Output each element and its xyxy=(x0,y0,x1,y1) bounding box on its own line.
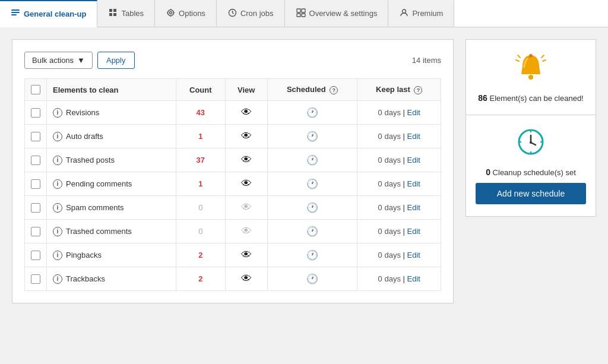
row-element-name: Revisions xyxy=(66,108,99,117)
col-header-view: View xyxy=(225,79,267,101)
row-element-name: Trashed comments xyxy=(66,227,132,236)
eye-icon[interactable]: 👁 xyxy=(241,106,252,118)
row-name-spam-comments: iSpam comments xyxy=(47,196,176,220)
keep-last-value: 0 days xyxy=(378,274,401,283)
svg-rect-2 xyxy=(11,14,17,15)
info-icon[interactable]: i xyxy=(53,203,62,213)
schedule-widget: 0 Cleanup schedule(s) set Add new schedu… xyxy=(466,115,596,217)
tab-overview[interactable]: Overview & settings xyxy=(285,0,389,27)
info-icon[interactable]: i xyxy=(53,108,62,118)
col-header-keeplast: Keep last ? xyxy=(357,79,441,101)
add-schedule-label: Add new schedule xyxy=(497,189,565,198)
schedule-text: 0 Cleanup schedule(s) set xyxy=(476,167,586,177)
svg-point-19 xyxy=(528,75,533,80)
eye-icon[interactable]: 👁 xyxy=(241,273,252,284)
row-checkbox[interactable] xyxy=(31,108,40,118)
row-element-name: Spam comments xyxy=(66,203,124,212)
info-icon[interactable]: i xyxy=(53,251,62,260)
eye-icon[interactable]: 👁 xyxy=(241,130,252,142)
keep-last-value: 0 days xyxy=(378,227,401,236)
elements-cleanable-text: 86 Element(s) can be cleaned! xyxy=(476,93,586,103)
row-checkbox[interactable] xyxy=(31,156,40,165)
bulk-actions-button[interactable]: Bulk actions ▼ xyxy=(24,52,93,69)
edit-link[interactable]: Edit xyxy=(407,179,420,188)
row-view-trackbacks: 👁 xyxy=(225,267,267,291)
row-checkbox-trackbacks xyxy=(25,267,47,291)
tab-options-label: Options xyxy=(179,9,205,18)
row-checkbox[interactable] xyxy=(31,227,40,236)
row-checkbox[interactable] xyxy=(31,203,40,213)
table-row: iRevisions43👁🕐0 days | Edit xyxy=(25,101,441,125)
col-header-checkbox xyxy=(25,79,47,101)
tab-cron[interactable]: Cron jobs xyxy=(217,0,285,27)
tab-bar: General clean-up Tables Options Cron job… xyxy=(0,0,608,27)
svg-rect-1 xyxy=(11,12,20,13)
edit-link[interactable]: Edit xyxy=(407,156,420,164)
right-section: 86 Element(s) can be cleaned! xyxy=(466,39,596,303)
tab-general[interactable]: General clean-up xyxy=(0,0,97,27)
bulk-actions-label: Bulk actions xyxy=(32,56,74,65)
info-icon[interactable]: i xyxy=(53,227,62,236)
edit-link[interactable]: Edit xyxy=(407,132,420,141)
schedule-count: 0 xyxy=(486,167,490,177)
svg-line-21 xyxy=(518,55,520,58)
scheduled-clock-icon: 🕐 xyxy=(306,250,318,260)
toolbar-left: Bulk actions ▼ Apply xyxy=(24,52,135,69)
row-scheduled-auto-drafts: 🕐 xyxy=(267,125,357,148)
page-wrapper: General clean-up Tables Options Cron job… xyxy=(0,0,608,315)
svg-rect-17 xyxy=(302,14,305,17)
row-count-trackbacks: 2 xyxy=(176,267,225,291)
tab-tables[interactable]: Tables xyxy=(97,0,155,27)
eye-icon[interactable]: 👁 xyxy=(241,178,252,189)
col-header-count: Count xyxy=(176,79,225,101)
edit-link[interactable]: Edit xyxy=(407,108,420,117)
premium-icon xyxy=(400,8,408,19)
table-row: iAuto drafts1👁🕐0 days | Edit xyxy=(25,125,441,148)
scheduled-clock-icon: 🕐 xyxy=(306,131,318,141)
row-keeplast-trackbacks: 0 days | Edit xyxy=(357,267,441,291)
svg-rect-5 xyxy=(109,13,112,16)
row-checkbox[interactable] xyxy=(31,251,40,260)
elements-cleanable-label: Element(s) can be cleaned! xyxy=(489,94,583,103)
row-checkbox[interactable] xyxy=(31,274,40,284)
edit-link[interactable]: Edit xyxy=(407,251,420,259)
keeplast-help-icon[interactable]: ? xyxy=(414,86,422,94)
keep-last-value: 0 days xyxy=(378,203,401,212)
svg-rect-0 xyxy=(11,10,20,11)
scheduled-clock-icon: 🕐 xyxy=(306,274,318,284)
eye-icon[interactable]: 👁 xyxy=(241,249,252,261)
info-icon[interactable]: i xyxy=(53,274,62,284)
scheduled-help-icon[interactable]: ? xyxy=(330,86,338,94)
row-checkbox[interactable] xyxy=(31,132,40,141)
row-checkbox[interactable] xyxy=(31,179,40,189)
tab-options[interactable]: Options xyxy=(155,0,217,27)
svg-rect-4 xyxy=(113,9,116,12)
table-row: iSpam comments0👁🕐0 days | Edit xyxy=(25,196,441,220)
info-icon[interactable]: i xyxy=(53,156,62,165)
row-count-trashed-posts: 37 xyxy=(176,148,225,172)
select-all-checkbox[interactable] xyxy=(31,85,40,94)
info-icon[interactable]: i xyxy=(53,179,62,189)
edit-link[interactable]: Edit xyxy=(407,227,420,236)
row-view-revisions: 👁 xyxy=(225,101,267,125)
left-section: Bulk actions ▼ Apply 14 items xyxy=(12,39,454,303)
svg-rect-16 xyxy=(297,14,300,17)
edit-link[interactable]: Edit xyxy=(407,203,420,212)
table-row: iTrashed posts37👁🕐0 days | Edit xyxy=(25,148,441,172)
apply-button[interactable]: Apply xyxy=(97,52,135,69)
table-row: iTrackbacks2👁🕐0 days | Edit xyxy=(25,267,441,291)
keep-last-value: 0 days xyxy=(378,179,401,188)
main-content: Bulk actions ▼ Apply 14 items xyxy=(0,27,608,315)
tab-premium[interactable]: Premium xyxy=(388,0,454,27)
edit-link[interactable]: Edit xyxy=(407,274,420,283)
info-icon[interactable]: i xyxy=(53,132,62,141)
keep-last-value: 0 days xyxy=(378,156,401,164)
row-keeplast-trashed-comments: 0 days | Edit xyxy=(357,220,441,243)
row-view-trashed-posts: 👁 xyxy=(225,148,267,172)
scheduled-clock-icon: 🕐 xyxy=(306,226,318,236)
row-count-revisions: 43 xyxy=(176,101,225,125)
add-schedule-button[interactable]: Add new schedule xyxy=(476,183,586,204)
row-checkbox-spam-comments xyxy=(25,196,47,220)
row-keeplast-pingbacks: 0 days | Edit xyxy=(357,243,441,267)
eye-icon[interactable]: 👁 xyxy=(241,154,252,166)
